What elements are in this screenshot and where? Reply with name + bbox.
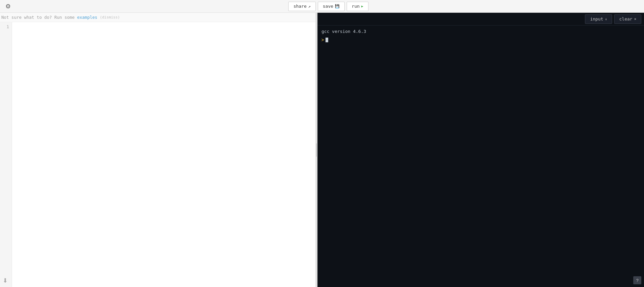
editor-content: 1 — [0, 22, 315, 287]
download-icon: ⬇ — [3, 277, 8, 284]
dismiss-link[interactable]: (dismiss) — [100, 15, 120, 19]
main-area: Not sure what to do? Run some examples (… — [0, 13, 644, 287]
version-text: gcc version 4.6.3 — [321, 28, 640, 35]
share-icon: ↗ — [308, 4, 311, 9]
clear-button[interactable]: clear ✕ — [614, 14, 641, 24]
run-label: run — [352, 4, 359, 9]
save-icon: 💾 — [335, 4, 340, 8]
gear-icon: ⚙ — [5, 3, 11, 10]
line-number-1: 1 — [0, 23, 9, 30]
save-button[interactable]: save 💾 — [318, 2, 345, 11]
input-button[interactable]: input ↓ — [585, 14, 612, 24]
input-label: input — [590, 16, 603, 21]
hint-text: Not sure what to do? Run some — [1, 15, 75, 20]
code-editor[interactable] — [12, 22, 315, 287]
share-button[interactable]: share ↗ — [288, 2, 315, 11]
toolbar-center: share ↗ save 💾 run ▶ — [15, 2, 641, 11]
settings-button[interactable]: ⚙ — [3, 1, 13, 12]
output-toolbar: input ↓ clear ✕ — [317, 13, 644, 26]
download-button[interactable]: ⬇ — [3, 277, 8, 284]
clear-icon: ✕ — [634, 17, 636, 21]
share-label: share — [293, 4, 306, 9]
help-button[interactable]: ? — [633, 276, 641, 284]
prompt-symbol: ≻ — [321, 37, 324, 44]
editor-panel: Not sure what to do? Run some examples (… — [0, 13, 315, 287]
output-content: gcc version 4.6.3 ≻ — [317, 26, 644, 287]
cursor-block — [326, 38, 328, 42]
help-icon: ? — [636, 278, 638, 283]
clear-label: clear — [619, 16, 632, 21]
editor-hint-bar: Not sure what to do? Run some examples (… — [0, 13, 315, 22]
run-button[interactable]: run ▶ — [347, 2, 368, 11]
output-prompt: ≻ — [321, 37, 640, 44]
run-icon: ▶ — [361, 4, 363, 8]
save-label: save — [323, 4, 333, 9]
line-numbers: 1 — [0, 22, 12, 287]
examples-link[interactable]: examples — [77, 15, 97, 20]
output-panel: input ↓ clear ✕ gcc version 4.6.3 ≻ ? — [317, 13, 644, 287]
toolbar-left: ⚙ — [3, 1, 13, 12]
input-icon: ↓ — [605, 17, 607, 21]
main-toolbar: ⚙ share ↗ save 💾 run ▶ — [0, 0, 644, 13]
